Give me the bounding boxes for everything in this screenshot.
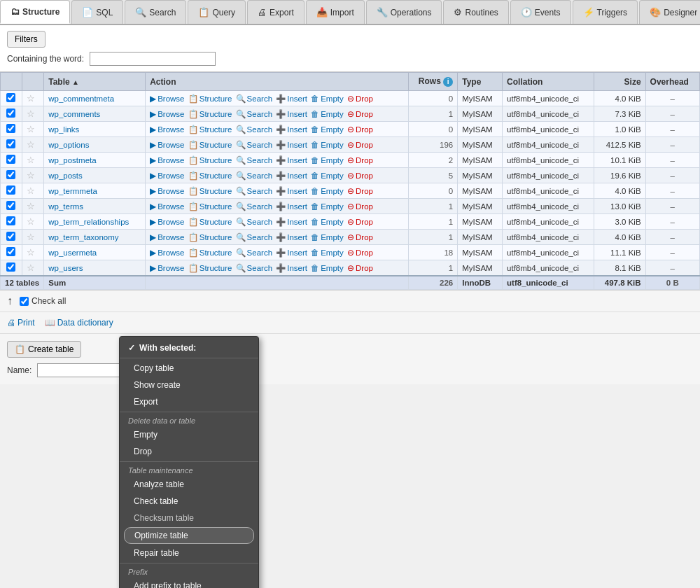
browse-link[interactable]: ▶ Browse xyxy=(150,171,184,181)
row-star-cell[interactable]: ☆ xyxy=(22,153,44,168)
empty-link[interactable]: 🗑 Empty xyxy=(311,202,344,211)
drop-link[interactable]: ⊖ Drop xyxy=(347,171,373,181)
browse-link[interactable]: ▶ Browse xyxy=(150,217,184,227)
tab-structure[interactable]: 🗂 Structure xyxy=(0,0,70,24)
check-all-checkbox[interactable] xyxy=(20,297,29,306)
empty-link[interactable]: 🗑 Empty xyxy=(311,141,344,149)
structure-link[interactable]: 📋 Structure xyxy=(188,171,232,181)
insert-link[interactable]: ➕ Insert xyxy=(276,202,307,211)
row-table-name[interactable]: wp_users xyxy=(44,260,146,276)
drop-link[interactable]: ⊖ Drop xyxy=(347,217,373,227)
browse-link[interactable]: ▶ Browse xyxy=(150,263,184,273)
row-checkbox-cell[interactable] xyxy=(1,230,22,245)
structure-link[interactable]: 📋 Structure xyxy=(188,248,232,258)
tab-operations[interactable]: 🔧 Operations xyxy=(366,0,442,24)
star-icon[interactable]: ☆ xyxy=(27,247,35,258)
star-icon[interactable]: ☆ xyxy=(27,216,35,227)
empty-link[interactable]: 🗑 Empty xyxy=(311,218,344,226)
search-link[interactable]: 🔍 Search xyxy=(236,186,272,196)
containing-input[interactable] xyxy=(90,52,216,66)
row-checkbox[interactable] xyxy=(6,170,15,179)
tab-designer[interactable]: 🎨 Designer xyxy=(639,0,700,24)
row-table-name[interactable]: wp_options xyxy=(44,137,146,153)
search-link[interactable]: 🔍 Search xyxy=(236,217,272,227)
row-table-name[interactable]: wp_terms xyxy=(44,199,146,214)
search-link[interactable]: 🔍 Search xyxy=(236,232,272,242)
row-table-name[interactable]: wp_postmeta xyxy=(44,153,146,168)
row-table-name[interactable]: wp_comments xyxy=(44,106,146,122)
search-link[interactable]: 🔍 Search xyxy=(236,94,272,104)
row-checkbox-cell[interactable] xyxy=(1,153,22,168)
search-link[interactable]: 🔍 Search xyxy=(236,263,272,273)
star-icon[interactable]: ☆ xyxy=(27,186,35,196)
row-star-cell[interactable]: ☆ xyxy=(22,214,44,230)
row-star-cell[interactable]: ☆ xyxy=(22,91,44,106)
drop-link[interactable]: ⊖ Drop xyxy=(347,186,373,196)
drop-link[interactable]: ⊖ Drop xyxy=(347,263,373,273)
search-link[interactable]: 🔍 Search xyxy=(236,140,272,150)
check-all-label[interactable]: Check all xyxy=(20,296,66,306)
empty-link[interactable]: 🗑 Empty xyxy=(311,172,344,180)
empty-link[interactable]: 🗑 Empty xyxy=(311,125,344,134)
row-checkbox[interactable] xyxy=(6,262,15,272)
tab-triggers[interactable]: ⚡ Triggers xyxy=(573,0,638,24)
row-checkbox-cell[interactable] xyxy=(1,183,22,199)
row-checkbox[interactable] xyxy=(6,93,15,102)
star-icon[interactable]: ☆ xyxy=(27,108,35,119)
row-checkbox[interactable] xyxy=(6,155,15,164)
row-star-cell[interactable]: ☆ xyxy=(22,245,44,260)
row-checkbox-cell[interactable] xyxy=(1,91,22,106)
structure-link[interactable]: 📋 Structure xyxy=(188,94,232,104)
browse-link[interactable]: ▶ Browse xyxy=(150,155,184,165)
row-checkbox-cell[interactable] xyxy=(1,106,22,122)
browse-link[interactable]: ▶ Browse xyxy=(150,125,184,134)
row-checkbox-cell[interactable] xyxy=(1,245,22,260)
insert-link[interactable]: ➕ Insert xyxy=(276,186,307,196)
row-checkbox[interactable] xyxy=(6,201,15,210)
empty-link[interactable]: 🗑 Empty xyxy=(311,156,344,164)
star-icon[interactable]: ☆ xyxy=(27,93,35,104)
print-link[interactable]: 🖨 Print xyxy=(7,318,35,328)
menu-item-show-create[interactable]: Show create xyxy=(120,377,258,384)
row-table-name[interactable]: wp_term_relationships xyxy=(44,214,146,230)
row-table-name[interactable]: wp_usermeta xyxy=(44,245,146,260)
drop-link[interactable]: ⊖ Drop xyxy=(347,232,373,242)
insert-link[interactable]: ➕ Insert xyxy=(276,140,307,150)
drop-link[interactable]: ⊖ Drop xyxy=(347,94,373,104)
row-checkbox-cell[interactable] xyxy=(1,137,22,153)
search-link[interactable]: 🔍 Search xyxy=(236,125,272,134)
drop-link[interactable]: ⊖ Drop xyxy=(347,155,373,165)
star-icon[interactable]: ☆ xyxy=(27,262,35,273)
data-dictionary-link[interactable]: 📖 Data dictionary xyxy=(45,318,113,328)
row-table-name[interactable]: wp_commentmeta xyxy=(44,91,146,106)
row-table-name[interactable]: wp_termmeta xyxy=(44,183,146,199)
insert-link[interactable]: ➕ Insert xyxy=(276,217,307,227)
row-checkbox-cell[interactable] xyxy=(1,199,22,214)
empty-link[interactable]: 🗑 Empty xyxy=(311,248,344,257)
insert-link[interactable]: ➕ Insert xyxy=(276,94,307,104)
row-table-name[interactable]: wp_posts xyxy=(44,168,146,183)
star-icon[interactable]: ☆ xyxy=(27,170,35,181)
tab-import[interactable]: 📥 Import xyxy=(306,0,365,24)
insert-link[interactable]: ➕ Insert xyxy=(276,248,307,258)
structure-link[interactable]: 📋 Structure xyxy=(188,217,232,227)
structure-link[interactable]: 📋 Structure xyxy=(188,232,232,242)
drop-link[interactable]: ⊖ Drop xyxy=(347,125,373,134)
row-table-name[interactable]: wp_links xyxy=(44,122,146,137)
search-link[interactable]: 🔍 Search xyxy=(236,155,272,165)
tab-routines[interactable]: ⚙ Routines xyxy=(443,0,508,24)
tab-search[interactable]: 🔍 Search xyxy=(125,0,186,24)
insert-link[interactable]: ➕ Insert xyxy=(276,232,307,242)
tab-sql[interactable]: 📄 SQL xyxy=(71,0,123,24)
insert-link[interactable]: ➕ Insert xyxy=(276,263,307,273)
empty-link[interactable]: 🗑 Empty xyxy=(311,94,344,103)
star-icon[interactable]: ☆ xyxy=(27,201,35,211)
row-checkbox[interactable] xyxy=(6,124,15,133)
browse-link[interactable]: ▶ Browse xyxy=(150,202,184,211)
drop-link[interactable]: ⊖ Drop xyxy=(347,202,373,211)
structure-link[interactable]: 📋 Structure xyxy=(188,140,232,150)
star-icon[interactable]: ☆ xyxy=(27,124,35,134)
row-checkbox-cell[interactable] xyxy=(1,260,22,276)
row-star-cell[interactable]: ☆ xyxy=(22,199,44,214)
row-checkbox[interactable] xyxy=(6,139,15,148)
